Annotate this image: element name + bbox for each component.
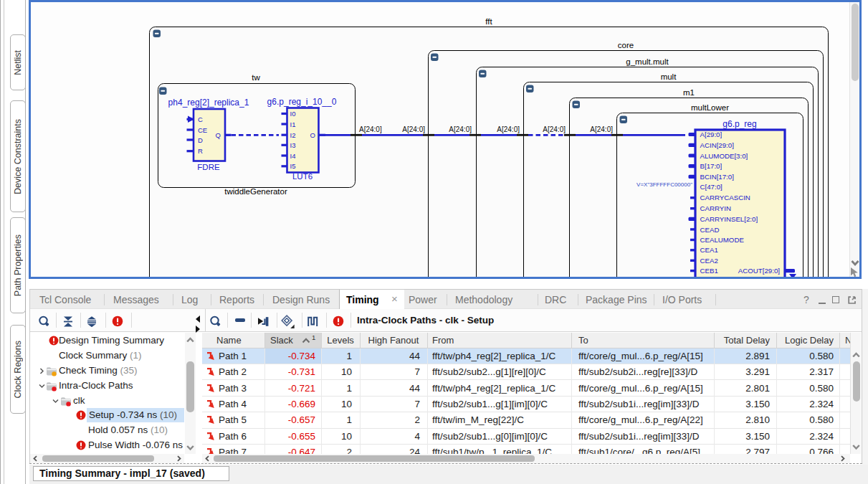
svg-text:g6.p_reg_i_10__0: g6.p_reg_i_10__0	[267, 97, 337, 107]
svg-text:ALUMODE[3:0]: ALUMODE[3:0]	[700, 152, 748, 160]
svg-text:A[24:0]: A[24:0]	[543, 125, 566, 133]
svg-text:Q: Q	[216, 131, 221, 139]
svg-text:V=X"3FFFFFC00000": V=X"3FFFFFC00000"	[636, 181, 692, 188]
svg-text:CEA1: CEA1	[700, 246, 718, 254]
svg-text:A[29:0]: A[29:0]	[700, 131, 722, 138]
svg-text:twiddleGenerator: twiddleGenerator	[224, 187, 287, 196]
svg-text:fft: fft	[485, 17, 492, 26]
svg-text:A[24:0]: A[24:0]	[402, 125, 425, 133]
svg-text:g6.p_reg: g6.p_reg	[722, 119, 756, 129]
svg-text:CEB1: CEB1	[700, 267, 718, 275]
svg-text:CARRYIN: CARRYIN	[700, 204, 731, 212]
svg-text:m1: m1	[683, 88, 695, 97]
svg-text:CE: CE	[198, 126, 207, 134]
svg-text:mult: mult	[661, 72, 677, 81]
svg-text:A[24:0]: A[24:0]	[590, 125, 613, 133]
svg-text:BCIN[17:0]: BCIN[17:0]	[700, 173, 734, 181]
svg-text:ACIN[29:0]: ACIN[29:0]	[700, 141, 734, 149]
svg-text:multLower: multLower	[691, 103, 729, 112]
svg-text:I1: I1	[290, 120, 296, 128]
svg-text:A[24:0]: A[24:0]	[449, 125, 472, 133]
svg-text:LUT6: LUT6	[292, 172, 313, 181]
svg-text:tw: tw	[252, 73, 260, 82]
svg-text:I5: I5	[290, 162, 296, 170]
svg-text:O: O	[310, 131, 315, 139]
svg-text:CEA2: CEA2	[700, 257, 718, 265]
svg-text:CEALUMODE: CEALUMODE	[700, 236, 745, 244]
svg-text:g_mult.mult: g_mult.mult	[626, 57, 669, 66]
svg-text:B[17:0]: B[17:0]	[700, 162, 722, 170]
svg-text:core: core	[618, 41, 634, 49]
svg-text:CARRYCASCIN: CARRYCASCIN	[700, 194, 750, 201]
svg-text:FDRE: FDRE	[197, 163, 220, 171]
svg-text:D: D	[198, 136, 203, 144]
svg-text:A[24:0]: A[24:0]	[497, 125, 520, 133]
svg-text:I0: I0	[290, 110, 296, 118]
svg-text:I4: I4	[290, 152, 296, 160]
svg-text:I3: I3	[290, 141, 296, 149]
svg-text:CEAD: CEAD	[700, 226, 720, 234]
svg-text:ph4_reg[2]_replica_1: ph4_reg[2]_replica_1	[168, 98, 249, 108]
svg-text:R: R	[198, 147, 203, 155]
svg-text:C: C	[198, 115, 203, 123]
svg-text:I2: I2	[290, 131, 296, 139]
svg-text:ACOUT[29:0]: ACOUT[29:0]	[738, 267, 780, 275]
svg-text:A[24:0]: A[24:0]	[359, 125, 382, 133]
svg-text:C[47:0]: C[47:0]	[700, 183, 722, 191]
svg-text:CARRYINSEL[2:0]: CARRYINSEL[2:0]	[700, 215, 758, 223]
